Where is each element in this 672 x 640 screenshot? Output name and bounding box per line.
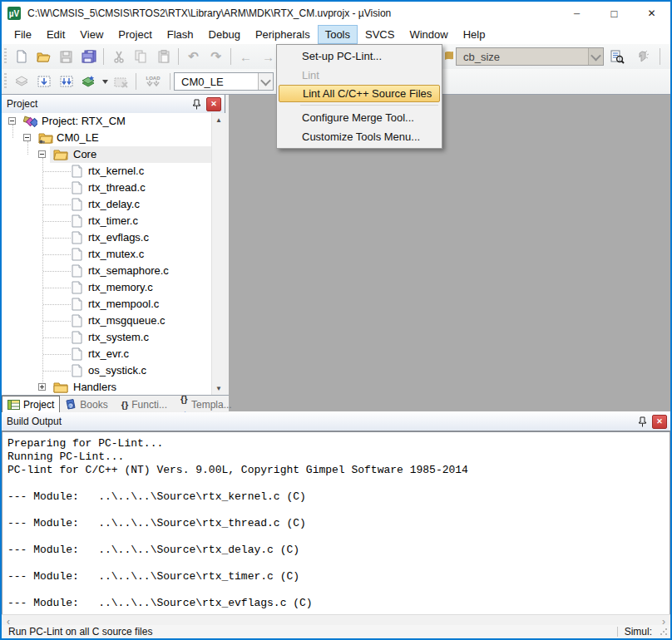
braces-icon [121, 399, 129, 411]
translate-icon [14, 76, 29, 87]
tree-row-file[interactable]: rtx_mempool.c [2, 296, 211, 313]
menu-help[interactable]: Help [456, 25, 493, 44]
code-coverage-button[interactable]: a [666, 47, 672, 66]
target-combo[interactable]: CM0_LE [174, 72, 274, 91]
combo-dropdown-icon[interactable] [258, 73, 273, 90]
project-close-button[interactable] [206, 97, 221, 111]
tab-books[interactable]: ? Books [60, 396, 112, 413]
tree-row-file[interactable]: rtx_mutex.c [2, 246, 211, 263]
save-all-button[interactable] [77, 47, 100, 66]
build-output-close-button[interactable] [652, 415, 667, 429]
back-arrow-icon: ← [240, 50, 252, 64]
build-output-content[interactable]: Preparing for PC-Lint... Running PC-Lint… [2, 432, 670, 615]
tree-row-file[interactable]: rtx_delay.c [2, 196, 211, 213]
tree-row-file[interactable]: rtx_evflags.c [2, 229, 211, 246]
c-file-icon [72, 231, 82, 244]
tree-row-project[interactable]: Project: RTX_CM [2, 113, 211, 130]
c-file-icon [72, 314, 82, 327]
tree-row-group-core[interactable]: Core [2, 146, 211, 163]
navigate-back-button[interactable]: ← [235, 47, 257, 66]
rebuild-button[interactable] [55, 71, 77, 91]
toolbar-gripper[interactable] [4, 48, 7, 65]
tab-project[interactable]: Project [2, 396, 60, 413]
maximize-button[interactable] [595, 2, 633, 25]
panel-splitter[interactable] [225, 95, 229, 411]
pin-button[interactable] [635, 416, 649, 428]
open-folder-button[interactable] [32, 47, 55, 66]
collapse-icon[interactable] [38, 150, 46, 158]
menu-item-configure-merge-tool[interactable]: Configure Merge Tool... [279, 108, 440, 127]
scroll-down-arrow[interactable]: ▼ [212, 382, 225, 395]
tree-row-file[interactable]: rtx_evr.c [2, 346, 211, 362]
tree-label: Project: RTX_CM [42, 115, 126, 127]
menu-item-customize-tools-menu[interactable]: Customize Tools Menu... [279, 127, 440, 146]
close-button[interactable] [633, 2, 670, 25]
menu-item-lint-all[interactable]: Lint All C/C++ Source Files [279, 85, 440, 102]
search-combo[interactable]: cb_size [456, 47, 604, 66]
hand-pointer-icon [636, 50, 650, 63]
menu-flash[interactable]: Flash [160, 25, 201, 44]
lint-file-button[interactable] [606, 47, 629, 66]
toolbar-separator [660, 48, 660, 65]
build-button[interactable] [32, 71, 55, 91]
tab-label: Project [23, 399, 54, 411]
stop-build-button[interactable] [110, 71, 132, 91]
download-button[interactable]: LOAD [140, 71, 166, 91]
tree-row-file[interactable]: rtx_memory.c [2, 279, 211, 296]
tree-label: rtx_thread.c [88, 181, 146, 194]
tree-row-file[interactable]: rtx_semaphore.c [2, 263, 211, 279]
batch-build-button[interactable] [77, 71, 100, 91]
menu-edit[interactable]: Edit [39, 25, 72, 44]
new-file-icon [15, 50, 28, 63]
copy-button[interactable] [130, 47, 152, 66]
collapse-icon[interactable] [8, 117, 16, 125]
menu-svcs[interactable]: SVCS [358, 25, 402, 44]
run-to-line-button[interactable] [631, 47, 654, 66]
menu-file[interactable]: File [7, 25, 39, 44]
menu-peripherals[interactable]: Peripherals [248, 25, 318, 44]
pin-button[interactable] [190, 98, 203, 111]
tab-templates[interactable]: Templa... [175, 396, 237, 413]
redo-button[interactable]: ↷ [205, 47, 227, 66]
expand-icon[interactable] [38, 383, 46, 391]
tree-row-file[interactable]: rtx_thread.c [2, 180, 211, 196]
batch-build-icon [81, 75, 96, 88]
tab-label: Books [80, 399, 107, 411]
collapse-icon[interactable] [23, 134, 31, 141]
batch-build-dropdown[interactable] [100, 71, 110, 91]
tree-row-file[interactable]: rtx_system.c [2, 329, 211, 346]
tree-scrollbar[interactable]: ▲ ▼ [211, 113, 225, 395]
tree-row-file[interactable]: rtx_timer.c [2, 213, 211, 229]
combo-dropdown-icon[interactable] [588, 48, 603, 65]
resize-grip-icon[interactable] [660, 628, 668, 636]
toolbar-gripper[interactable] [4, 73, 7, 90]
minimize-icon [574, 7, 580, 19]
tab-label: Templa... [191, 399, 232, 411]
window-title: C:\W\CMSIS_5\CMSIS\RTOS2\RTX\Library\ARM… [27, 7, 391, 19]
menu-item-setup-pclint[interactable]: Set-up PC-Lint... [279, 47, 440, 66]
new-file-button[interactable] [10, 47, 32, 66]
minimize-button[interactable] [558, 2, 595, 25]
save-button[interactable] [55, 47, 77, 66]
tree-row-file[interactable]: os_systick.c [2, 362, 211, 379]
search-combo-value: cb_size [457, 51, 588, 63]
paste-button[interactable] [152, 47, 175, 66]
c-file-icon [72, 331, 82, 344]
toolbar-separator [136, 73, 136, 90]
translate-button[interactable] [10, 71, 32, 91]
menu-tools[interactable]: Tools [318, 25, 358, 44]
tree-row-file[interactable]: rtx_msgqueue.c [2, 313, 211, 329]
menu-debug[interactable]: Debug [201, 25, 248, 44]
cut-button[interactable] [107, 47, 130, 66]
tab-functions[interactable]: Functi... [116, 396, 172, 413]
uvision-window: µV C:\W\CMSIS_5\CMSIS\RTOS2\RTX\Library\… [0, 0, 672, 640]
uvision-logo-icon: µV [7, 7, 21, 20]
menu-window[interactable]: Window [402, 25, 455, 44]
tree-label: rtx_evflags.c [88, 231, 149, 244]
scroll-up-arrow[interactable]: ▲ [212, 113, 225, 126]
menu-project[interactable]: Project [111, 25, 159, 44]
menu-view[interactable]: View [72, 25, 111, 44]
undo-button[interactable]: ↶ [182, 47, 205, 66]
tree-row-file[interactable]: rtx_kernel.c [2, 163, 211, 180]
tree-row-target[interactable]: CM0_LE [2, 130, 211, 146]
